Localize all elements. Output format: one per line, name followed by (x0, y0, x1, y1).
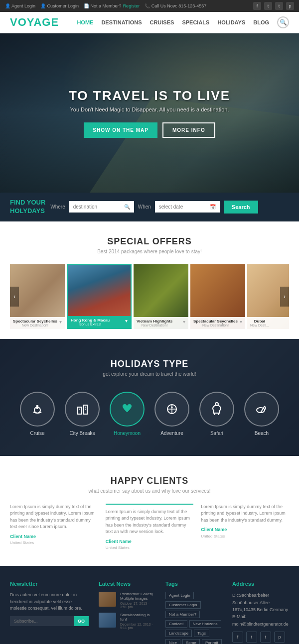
happy-clients-subtitle: what customer say about us and why love … (10, 488, 289, 494)
tag-tags[interactable]: Tags (194, 630, 209, 637)
date-input-wrapper: 📅 (155, 201, 220, 213)
facebook-icon[interactable]: f (253, 2, 261, 10)
nav-holidays[interactable]: HOLIDAYS (217, 19, 245, 25)
offer-card-2[interactable]: Hong Kong & Macau Bonus Extras! ▾ (67, 264, 132, 329)
offer-label-5: Dubai New Desti... ▾ (247, 317, 289, 329)
beach-label: Beach (255, 430, 269, 436)
hero-content: TO TRAVEL IS TO LIVE You Don't Need Magi… (69, 88, 230, 138)
find-label: FIND YOUR HOLYDAYS (10, 199, 45, 215)
pinterest-icon[interactable]: p (286, 2, 294, 10)
carousel-next-button[interactable]: › (280, 287, 289, 307)
twitter-icon[interactable]: t (264, 2, 272, 10)
destination-input[interactable] (73, 204, 124, 210)
holiday-type-safari[interactable]: Safari (199, 392, 234, 436)
site-logo[interactable]: VOYAGE (10, 16, 59, 29)
adventure-label: Adventure (160, 430, 183, 436)
holidays-type-section: HOLIDAYS TYPE get explore your dream to … (0, 339, 299, 456)
nav-home[interactable]: HOME (77, 19, 93, 25)
offer-card-4[interactable]: Spectacular Seychelles New Destination! … (190, 264, 245, 329)
tag-landscape[interactable]: Landscape (165, 630, 192, 637)
footer-tumblr-icon[interactable]: t (260, 632, 271, 643)
nav-cruises[interactable]: CRUISES (150, 19, 174, 25)
client-location-1: United States (10, 540, 98, 546)
holiday-type-adventure[interactable]: Adventure (154, 392, 189, 436)
holiday-type-honeymoon[interactable]: Honeymoon (110, 392, 145, 436)
register-link[interactable]: Register (123, 3, 140, 8)
footer-newsletter: Newsletter Duis autem vel eum iriure dol… (10, 581, 89, 644)
holidays-icons-row: Cruise City Breaks Honeymoon Adventure S… (10, 392, 289, 436)
tumblr-icon[interactable]: t (275, 2, 283, 10)
address-text: DicSachbearbeiter Schönhauser Allee 167c… (232, 592, 289, 628)
more-info-button[interactable]: MORE INFO (162, 122, 215, 138)
address-street: 167c,10435 Berlin Germany (232, 606, 289, 613)
honeymoon-icon-circle (110, 392, 145, 427)
footer-twitter-icon[interactable]: t (246, 632, 257, 643)
footer-facebook-icon[interactable]: f (232, 632, 243, 643)
search-button[interactable]: Search (224, 201, 258, 214)
offers-grid: Spectacular Seychelles New Destination! … (10, 264, 289, 329)
city-breaks-label: City Breaks (69, 430, 95, 436)
holidays-type-subtitle: get explore your dream to travel the wor… (10, 371, 289, 377)
top-bar: 👤 Agent Login 👤 Customer Login 📄 Not a M… (0, 0, 299, 12)
hero-subtitle: You Don't Need Magic to Disappear, All y… (69, 107, 230, 112)
newsletter-title: Newsletter (10, 581, 89, 587)
offer-name-3: Vietnam Highlights (137, 319, 172, 323)
social-links: f t t p (253, 2, 294, 10)
subscribe-input[interactable] (10, 616, 74, 626)
top-bar-links: 👤 Agent Login 👤 Customer Login 📄 Not a M… (5, 3, 206, 8)
testimonial-3: Lorem Ipsum is simply dummy text of the … (201, 504, 289, 551)
holiday-type-cruise[interactable]: Cruise (20, 392, 55, 436)
footer-address: Address DicSachbearbeiter Schönhauser Al… (232, 581, 289, 644)
tag-contact[interactable]: Contact! (165, 620, 187, 628)
svg-rect-4 (79, 409, 80, 410)
svg-rect-1 (36, 405, 38, 409)
footer-pinterest-icon[interactable]: p (274, 632, 285, 643)
testimonials-list: Lorem Ipsum is simply dummy text of the … (10, 504, 289, 551)
news-item-2[interactable]: Snowboarding is fun! December 12, 2013 -… (99, 613, 155, 630)
adventure-icon-circle (154, 392, 189, 427)
carousel-prev-button[interactable]: ‹ (10, 287, 19, 307)
offer-name-1: Spectacular Seychelles (13, 319, 57, 323)
nav-blog[interactable]: BLOG (253, 19, 269, 25)
tag-nice[interactable]: Nice (165, 639, 180, 644)
svg-rect-2 (77, 407, 81, 414)
subscribe-row: GO (10, 616, 89, 626)
subscribe-button[interactable]: GO (74, 616, 89, 626)
testimonial-text-3: Lorem Ipsum is simply dummy text of the … (201, 504, 289, 524)
holiday-type-beach[interactable]: Beach (244, 392, 279, 436)
tag-portrait[interactable]: Portrait (202, 639, 222, 644)
tag-some[interactable]: Some (182, 639, 200, 644)
testimonial-1: Lorem Ipsum is simply dummy text of the … (10, 504, 98, 551)
holidays-type-title: HOLIDAYS TYPE (10, 359, 289, 369)
latest-news-title: Latest News (99, 581, 155, 587)
date-input[interactable] (159, 204, 210, 210)
nav-destinations[interactable]: DESTINATIONS (101, 19, 142, 25)
news-meta-2: Snowboarding is fun! December 12, 2013 -… (120, 613, 155, 630)
news-title-1: Postformat Gallery Multiple images (120, 592, 155, 601)
news-item-1[interactable]: Postformat Gallery Multiple images Octob… (99, 592, 155, 609)
tag-new-horizons[interactable]: New Horizons (189, 620, 221, 628)
chevron-down-icon-1: ▾ (59, 319, 62, 324)
offer-sub-2: Bonus Extras! (71, 322, 110, 326)
show-on-map-button[interactable]: SHOW ON THE MAP (84, 122, 157, 138)
offer-card-3[interactable]: Vietnam Highlights New Destination! ▾ (134, 264, 188, 329)
client-name-1: Client Name (10, 534, 98, 540)
testimonial-text-1: Lorem Ipsum is simply dummy text of the … (10, 504, 98, 531)
customer-login-link[interactable]: 👤 Customer Login (40, 3, 79, 8)
search-icon[interactable]: 🔍 (277, 16, 289, 28)
offer-label-4: Spectacular Seychelles New Destination! … (190, 317, 245, 329)
special-offers-title: SPECIAL OFFERS (10, 236, 289, 247)
agent-login-link[interactable]: 👤 Agent Login (5, 3, 35, 8)
offer-name-2: Hong Kong & Macau (71, 318, 110, 322)
footer-section: Newsletter Duis autem vel eum iriure dol… (0, 566, 299, 644)
tag-customer-login[interactable]: Customer Login (165, 601, 200, 609)
offer-name-5: Dubai (250, 319, 269, 323)
newsletter-text: Duis autem vel eum iriure dolor in hendr… (10, 592, 89, 612)
tag-agent-login[interactable]: Agent Login (165, 592, 194, 599)
svg-marker-10 (171, 406, 173, 408)
news-meta-1: Postformat Gallery Multiple images Octob… (120, 592, 155, 609)
footer-social-links: f t t p (232, 632, 289, 643)
nav-specials[interactable]: SPECIALS (182, 19, 209, 25)
holiday-type-city-breaks[interactable]: City Breaks (65, 392, 100, 436)
tag-not-member[interactable]: Not a Member? (165, 611, 200, 618)
